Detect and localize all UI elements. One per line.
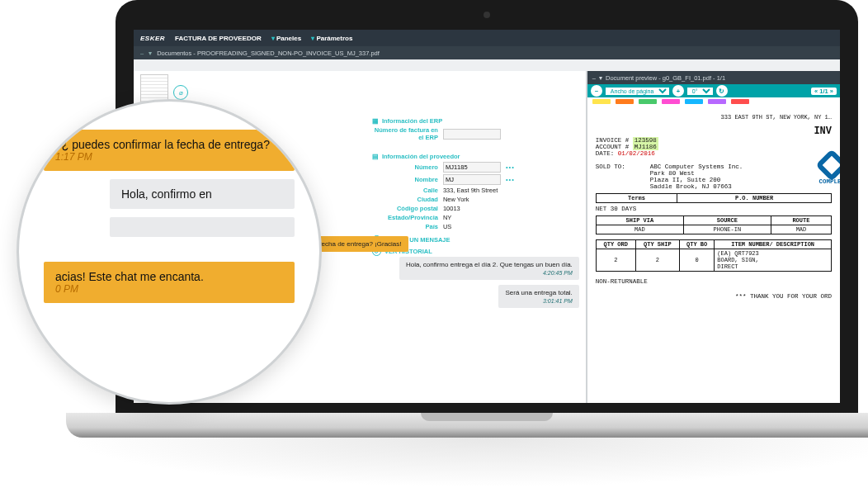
- page-indicator: « 1/1 »: [811, 88, 837, 95]
- doc-net30: NET 30 DAYS: [596, 206, 832, 212]
- highlighter-swatch[interactable]: [639, 99, 657, 104]
- highlighter-swatch[interactable]: [685, 99, 703, 104]
- value-vendor-calle: 333, East 9th Street: [443, 187, 498, 194]
- chat-text: Hola, confirmo entrega el día 2. Que ten…: [406, 261, 573, 268]
- value-soldto: ABC Computer Systems Inc. Park 80 West P…: [650, 163, 743, 190]
- mag-bubble-in: Hola, confirmo en: [110, 179, 295, 209]
- highlighter-swatch[interactable]: [662, 99, 680, 104]
- nav-tab-main[interactable]: FACTURA DE PROVEEDOR: [175, 35, 262, 42]
- mag-bubble-out: , ¿ puedes confirmar la fecha de entrega…: [44, 130, 295, 171]
- input-erp-numero[interactable]: [443, 129, 501, 140]
- vendor-icon: ▤: [372, 153, 379, 160]
- doc-table-items: QTY ORDQTY SHIPQTY BOITEM NUMBER/ DESCRI…: [596, 239, 832, 272]
- nav-menu-paneles[interactable]: Paneles: [271, 35, 301, 42]
- label-vendor-estado: Estado/Provincia: [372, 214, 438, 221]
- chat-bubble-in: Será una entrega total. 3:01:41 PM: [498, 285, 578, 308]
- mag-timestamp: 1:17 PM: [55, 151, 283, 163]
- label-vendor-cp: Código postal: [372, 205, 438, 212]
- highlighter-row: [587, 97, 840, 107]
- rotate-select[interactable]: 0°: [687, 88, 713, 95]
- label-vendor-ciudad: Ciudad: [372, 196, 438, 203]
- attachment-icon[interactable]: ⌀: [173, 85, 188, 100]
- doc-thanks: *** THANK YOU FOR YOUR ORD: [596, 293, 832, 300]
- mag-bubble-in: [110, 217, 295, 237]
- label-vendor-nombre: Nombre: [372, 176, 438, 183]
- input-vendor-nombre[interactable]: [443, 174, 501, 185]
- laptop-base: [66, 413, 868, 438]
- label-vendor-numero: Número: [372, 163, 438, 171]
- brand-logo: ESKER: [140, 35, 165, 42]
- doc-meta: INVOICE # 123598 ACCOUNT # MJ1186 DATE: …: [596, 137, 832, 157]
- top-nav: ESKER FACTURA DE PROVEEDOR Paneles Parám…: [134, 30, 840, 46]
- doc-table-terms: TermsP.O. NUMBER: [596, 193, 832, 203]
- mag-bubble-out: acias! Este chat me encanta. 0 PM: [44, 262, 295, 303]
- chat-text: Será una entrega total.: [505, 289, 572, 296]
- chat-bubble-in: Hola, confirmo entrega el día 2. Que ten…: [399, 257, 579, 280]
- value-vendor-estado: NY: [443, 214, 451, 221]
- value-vendor-ciudad: New York: [443, 196, 469, 203]
- mag-text: Hola, confirmo en: [121, 187, 283, 201]
- doc-nonreturnable: NON-RETURNABLE: [596, 278, 832, 285]
- magnifier-overlay: , ¿ puedes confirmar la fecha de entrega…: [17, 99, 322, 405]
- collapse-icon[interactable]: –: [140, 50, 144, 57]
- value-vendor-pais: US: [443, 223, 451, 230]
- label-soldto: SOLD TO:: [596, 163, 642, 190]
- mag-text: , ¿ puedes confirmar la fecha de entrega…: [55, 138, 283, 151]
- lookup-icon[interactable]: •••: [506, 176, 515, 183]
- zoom-out-icon[interactable]: −: [591, 85, 602, 97]
- highlighter-swatch[interactable]: [708, 99, 726, 104]
- chevron-down-icon[interactable]: ▾: [599, 74, 602, 82]
- label-vendor-calle: Calle: [372, 187, 438, 194]
- doc-table-ship: SHIP VIASOURCEROUTE MADPHONE-INMAD: [596, 215, 832, 234]
- chat-timestamp: 3:01:41 PM: [505, 298, 572, 304]
- preview-panel: – ▾ Document preview - g0_GB_FI_01.pdf -…: [586, 71, 840, 403]
- highlighter-swatch[interactable]: [616, 99, 634, 104]
- document-path: Documentos - PROOFREADING_SIGNED_NON-PO_…: [157, 50, 380, 57]
- highlighter-swatch[interactable]: [592, 99, 611, 104]
- chat-timestamp: 4:20:45 PM: [406, 270, 573, 276]
- laptop-reflection: [66, 438, 868, 487]
- document-preview[interactable]: 333 EAST 9TH ST, NEW YORK, NY 1… INV COM…: [587, 107, 840, 403]
- value-vendor-cp: 10013: [443, 205, 460, 212]
- preview-toolbar: − Ancho de página + 0° ↻ « 1/1 »: [587, 84, 840, 97]
- label-erp-numero: Número de factura en el ERP: [372, 126, 438, 141]
- highlighter-swatch[interactable]: [731, 99, 749, 104]
- building-icon: ▦: [372, 117, 379, 125]
- rotate-icon[interactable]: ↻: [716, 85, 728, 97]
- label-vendor-pais: País: [372, 223, 438, 230]
- lookup-icon[interactable]: •••: [506, 163, 515, 171]
- doc-title: INV: [596, 126, 832, 137]
- ribbon-spacer: [134, 59, 840, 71]
- preview-title: Document preview - g0_GB_FI_01.pdf - 1/1: [606, 74, 725, 82]
- doc-sender-address: 333 EAST 9TH ST, NEW YORK, NY 1…: [596, 114, 832, 121]
- input-vendor-numero[interactable]: [443, 162, 501, 173]
- nav-menu-parametros[interactable]: Parámetros: [311, 35, 352, 42]
- breadcrumb-bar: – ▾ Documentos - PROOFREADING_SIGNED_NON…: [134, 46, 840, 59]
- chevron-down-icon[interactable]: ▾: [149, 50, 152, 57]
- mag-text: acias! Este chat me encanta.: [55, 270, 283, 283]
- section-title-proveedor: Información del proveedor: [382, 153, 460, 160]
- completed-stamp: COMPLET: [818, 154, 840, 185]
- mag-timestamp: 0 PM: [55, 283, 283, 295]
- zoom-select[interactable]: Ancho de página: [606, 88, 669, 95]
- zoom-in-icon[interactable]: +: [672, 85, 684, 97]
- preview-title-bar: – ▾ Document preview - g0_GB_FI_01.pdf -…: [587, 71, 840, 84]
- section-title-erp: Información del ERP: [382, 117, 442, 125]
- collapse-icon[interactable]: –: [592, 74, 596, 82]
